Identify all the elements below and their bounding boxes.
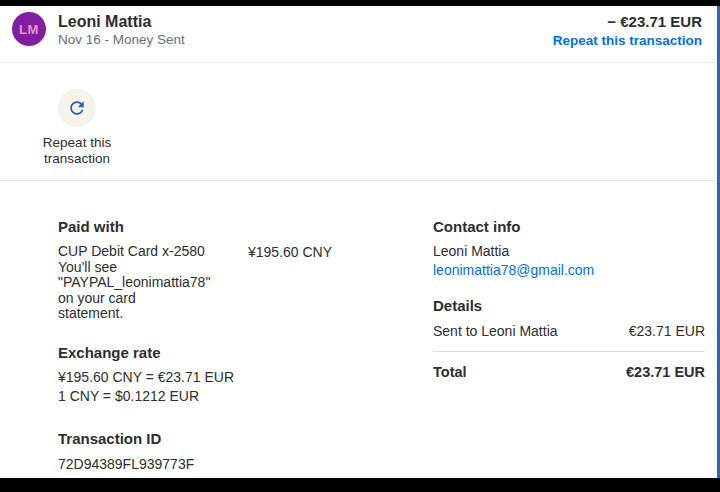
- details-row: Sent to Leoni Mattia €23.71 EUR: [433, 323, 705, 352]
- repeat-transaction-button[interactable]: [58, 89, 96, 127]
- exchange-rate-heading: Exchange rate: [58, 344, 393, 361]
- contact-email-link[interactable]: leonimattia78@gmail.com: [433, 261, 594, 280]
- transaction-amount: − €23.71 EUR: [607, 13, 702, 30]
- details-row-value: €23.71 EUR: [629, 323, 705, 339]
- transaction-id-value: 72D94389FL939773F: [58, 456, 393, 472]
- transaction-details-page: LM Leoni Mattia Nov 16 - Money Sent − €2…: [0, 0, 720, 492]
- contact-full-name: Leoni Mattia: [433, 242, 705, 261]
- transaction-date-status: Nov 16 - Money Sent: [58, 32, 185, 47]
- paid-with-heading: Paid with: [58, 218, 393, 235]
- exchange-rate-line2: 1 CNY = $0.1212 EUR: [58, 387, 393, 406]
- contact-details-column: Contact info Leoni Mattia leonimattia78@…: [433, 218, 705, 380]
- card-description: CUP Debit Card x-2580 You'll see "PAYPAL…: [58, 244, 248, 322]
- quick-actions-section: Repeat this transaction: [0, 64, 717, 181]
- paid-with-row: CUP Debit Card x-2580 You'll see "PAYPAL…: [58, 244, 393, 322]
- total-row: Total €23.71 EUR: [433, 364, 705, 380]
- transaction-id-heading: Transaction ID: [58, 430, 393, 447]
- repeat-button-label: Repeat this transaction: [17, 135, 137, 167]
- avatar: LM: [12, 12, 46, 46]
- exchange-rate-line1: ¥195.60 CNY = €23.71 EUR: [58, 368, 393, 387]
- bottom-black-bar: [0, 478, 720, 492]
- avatar-initials: LM: [19, 22, 39, 37]
- details-row-label: Sent to Leoni Mattia: [433, 323, 558, 339]
- details-heading: Details: [433, 297, 705, 314]
- refresh-icon: [67, 98, 87, 118]
- card-charge-amount: ¥195.60 CNY: [248, 244, 332, 322]
- payment-details-column: Paid with CUP Debit Card x-2580 You'll s…: [58, 218, 393, 472]
- repeat-transaction-link[interactable]: Repeat this transaction: [553, 33, 702, 48]
- total-value: €23.71 EUR: [626, 364, 705, 380]
- contact-info-heading: Contact info: [433, 218, 705, 235]
- contact-name: Leoni Mattia: [58, 13, 151, 31]
- total-label: Total: [433, 364, 467, 380]
- transaction-header: LM Leoni Mattia Nov 16 - Money Sent − €2…: [0, 6, 717, 63]
